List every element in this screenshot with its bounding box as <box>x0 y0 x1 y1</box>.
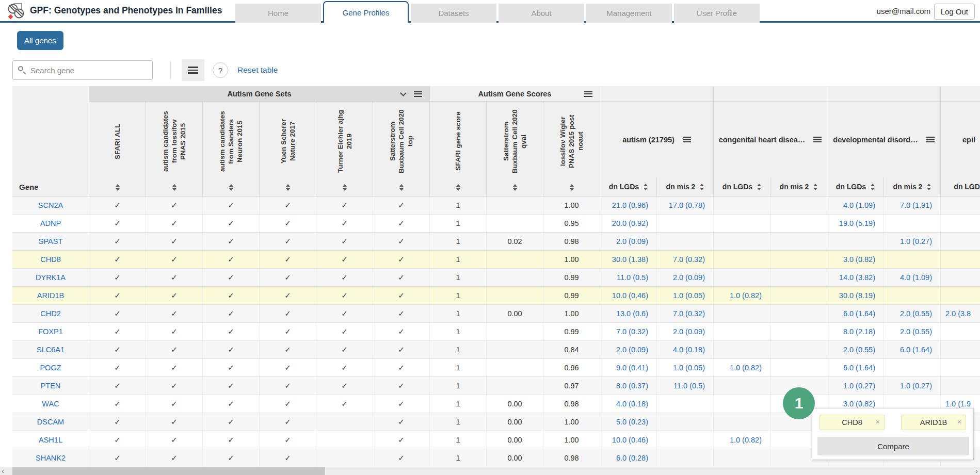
sort-icon[interactable] <box>927 184 931 190</box>
value-cell[interactable]: 1.0 (0.05) <box>657 287 714 304</box>
value-link[interactable]: 3.0 (0.82) <box>843 255 875 264</box>
sort-icon[interactable] <box>513 184 517 191</box>
value-cell[interactable]: 1.0 (0.82) <box>714 431 770 449</box>
value-link[interactable]: 14.0 (3.82) <box>839 273 875 282</box>
column-header-turner-eichler-ajhg[interactable]: Turner Eichler ajhg 2019 <box>316 102 373 196</box>
value-link[interactable]: 2.0 (3.8 <box>945 309 971 318</box>
gene-link[interactable]: SHANK2 <box>36 454 66 462</box>
sort-icon[interactable] <box>757 184 761 190</box>
value-link[interactable]: 4.0 (0.18) <box>616 400 648 408</box>
value-link[interactable]: 10.0 (0.46) <box>612 436 648 444</box>
value-cell[interactable]: 30.0 (8.19) <box>827 287 884 304</box>
value-link[interactable]: 13.0 (0.6) <box>616 309 648 318</box>
value-cell[interactable]: 11.0 (0.5) <box>657 377 714 395</box>
subcolumn-header-dn-mis-2[interactable]: dn mis 2 <box>657 177 714 196</box>
value-link[interactable]: 11.0 (0.5) <box>673 382 705 390</box>
sort-icon[interactable] <box>343 184 347 191</box>
column-header-iossifov-wigler[interactable]: Iossifov Wigler PNAS 2015 post noaut <box>543 102 600 196</box>
value-cell[interactable]: 20.0 (0.92) <box>600 215 657 232</box>
tab-datasets[interactable]: Datasets <box>411 4 496 23</box>
value-cell[interactable]: 8.0 (2.18) <box>827 323 884 340</box>
column-menu-icon[interactable] <box>926 137 935 142</box>
value-cell[interactable]: 11.0 (0.5) <box>600 269 657 286</box>
sort-icon[interactable] <box>813 184 817 190</box>
gene-link[interactable]: SLC6A1 <box>37 346 65 354</box>
help-icon[interactable]: ? <box>213 62 228 78</box>
value-cell[interactable]: 6.0 (0.28) <box>600 449 657 467</box>
value-cell[interactable]: 1.0 (0.82) <box>714 287 770 304</box>
value-link[interactable]: 1.0 (0.82) <box>730 436 762 444</box>
gene-link[interactable]: DYRK1A <box>36 273 66 282</box>
value-cell[interactable]: 6.0 (1.64) <box>827 305 884 322</box>
value-link[interactable]: 1.0 (0.05) <box>673 364 705 372</box>
value-cell[interactable]: 10.0 (0.46) <box>600 287 657 304</box>
gene-link[interactable]: ADNP <box>40 219 61 227</box>
column-header-autism-candidates[interactable]: autism candidates from Sanders Neuron 20… <box>203 102 260 196</box>
gene-link[interactable]: ASH1L <box>39 436 62 444</box>
value-cell[interactable]: 10.0 (0.46) <box>600 431 657 449</box>
value-cell[interactable]: 2.0 (0.55) <box>884 323 941 340</box>
value-link[interactable]: 1.0 (1.9 <box>945 400 971 408</box>
gene-link[interactable]: CHD2 <box>40 309 60 318</box>
value-link[interactable]: 21.0 (0.96) <box>612 201 648 209</box>
value-link[interactable]: 10.0 (0.46) <box>612 291 648 300</box>
value-cell[interactable]: 2.0 (0.55) <box>827 341 884 358</box>
tab-management[interactable]: Management <box>586 4 672 23</box>
column-menu-icon[interactable] <box>683 137 691 142</box>
value-link[interactable]: 1.0 (0.27) <box>900 237 932 245</box>
value-cell[interactable]: 8.0 (0.37) <box>600 377 657 395</box>
compare-button[interactable]: Compare <box>817 437 969 455</box>
scrollbar-thumb[interactable] <box>12 467 325 475</box>
dataset-header[interactable]: autism (21795) <box>600 102 714 177</box>
value-cell[interactable]: 7.0 (1.91) <box>884 196 941 214</box>
value-link[interactable]: 4.0 (1.09) <box>900 273 932 282</box>
value-link[interactable]: 8.0 (2.18) <box>843 327 875 336</box>
subcolumn-header-dn-mis-2[interactable]: dn mis 2 <box>770 177 827 196</box>
table-columns-menu-button[interactable] <box>182 59 204 81</box>
value-cell[interactable]: 14.0 (3.82) <box>827 269 884 286</box>
value-link[interactable]: 1.0 (0.05) <box>673 291 705 300</box>
value-cell[interactable]: 4.0 (1.09) <box>884 269 941 286</box>
column-header-satterstrom[interactable]: Satterstrom Buxbaum Cell 2020 top <box>373 102 430 196</box>
scroll-right-icon[interactable]: › <box>975 466 978 475</box>
dataset-header[interactable]: congenital heart disea… <box>714 102 827 177</box>
column-menu-icon[interactable] <box>584 91 592 97</box>
value-cell[interactable]: 13.0 (0.6) <box>600 305 657 322</box>
gene-link[interactable]: POGZ <box>40 364 61 372</box>
sort-icon[interactable] <box>700 184 704 190</box>
tab-gene-profiles[interactable]: Gene Profiles <box>323 1 409 23</box>
value-cell[interactable]: 1.0 (0.27) <box>884 233 941 250</box>
value-cell[interactable]: 7.0 (0.32) <box>657 251 714 268</box>
value-link[interactable]: 1.0 (0.82) <box>730 291 762 300</box>
autism-gene-scores-header[interactable]: Autism Gene Scores <box>430 86 600 102</box>
value-cell[interactable]: 7.0 (0.32) <box>600 323 657 340</box>
gene-link[interactable]: SCN2A <box>38 201 63 209</box>
value-link[interactable]: 30.0 (1.38) <box>612 255 648 264</box>
gene-chip[interactable]: ARID1B × <box>901 415 966 430</box>
column-header-sfari-gene-score[interactable]: SFARI gene score <box>430 102 487 196</box>
scroll-left-icon[interactable]: ‹ <box>2 466 4 475</box>
gene-link[interactable]: SPAST <box>39 237 62 245</box>
value-link[interactable]: 4.0 (1.09) <box>843 201 875 209</box>
value-link[interactable]: 2.0 (0.55) <box>843 346 875 354</box>
value-link[interactable]: 11.0 (0.5) <box>617 273 648 282</box>
value-link[interactable]: 6.0 (0.28) <box>616 454 648 462</box>
value-link[interactable]: 6.0 (1.64) <box>900 346 932 354</box>
value-link[interactable]: 7.0 (0.32) <box>616 327 648 336</box>
value-cell[interactable]: 6.0 (1.64) <box>827 359 884 376</box>
value-cell[interactable]: 19.0 (5.19) <box>827 215 884 232</box>
gene-link[interactable]: ARID1B <box>37 291 64 300</box>
column-menu-icon[interactable] <box>813 137 822 142</box>
value-link[interactable]: 2.0 (0.09) <box>673 327 705 336</box>
gene-column-header[interactable]: Gene <box>12 86 89 196</box>
value-cell[interactable]: 21.0 (0.96) <box>600 196 657 214</box>
subcolumn-header-dn-lgds[interactable]: dn LGDs <box>827 177 884 196</box>
value-link[interactable]: 2.0 (0.55) <box>900 327 932 336</box>
horizontal-scrollbar[interactable]: ‹ › <box>0 467 980 475</box>
sort-icon[interactable] <box>399 184 404 191</box>
subcolumn-header-dn-lgds[interactable]: dn LGDs <box>941 177 980 196</box>
sort-icon[interactable] <box>871 184 875 190</box>
value-cell[interactable]: 2.0 (3.8 <box>941 305 980 322</box>
value-link[interactable]: 1.0 (0.82) <box>730 364 762 372</box>
value-link[interactable]: 7.0 (0.32) <box>673 255 705 264</box>
